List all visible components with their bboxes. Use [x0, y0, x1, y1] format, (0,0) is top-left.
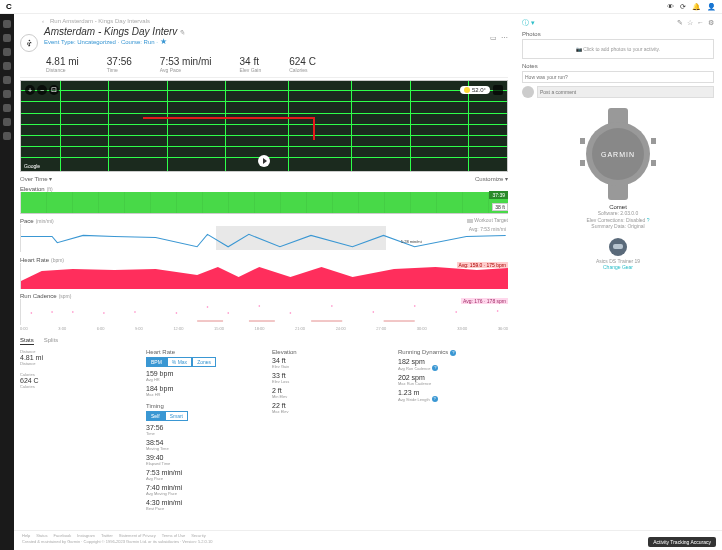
svg-point-14 — [455, 311, 457, 313]
chart-cadence[interactable]: Avg: 176 · 178 spm — [20, 299, 508, 325]
summary-stats: 4.81 miDistance 37:56Time 7:53 min/miAvg… — [46, 56, 508, 73]
footer-link[interactable]: Twitter — [101, 533, 113, 538]
stat-cal: 624 C — [289, 56, 316, 67]
watch-brand: GARMIN — [592, 128, 644, 180]
help-icon[interactable]: ? — [432, 365, 438, 371]
profile-icon[interactable]: 👤 — [707, 3, 716, 11]
sidebar-item-health[interactable] — [3, 62, 11, 70]
gear-shoe-icon[interactable] — [609, 238, 627, 256]
svg-point-13 — [414, 305, 416, 307]
help-icon[interactable]: ? — [432, 396, 438, 402]
sidebar-item-gear[interactable] — [3, 104, 11, 112]
notes-input[interactable] — [522, 71, 714, 83]
svg-point-10 — [290, 312, 292, 314]
sidebar-item-heart[interactable] — [3, 76, 11, 84]
svg-point-7 — [207, 306, 209, 308]
chart-pace[interactable]: Avg: 7:53 min/mi 5:28 min/mi — [20, 224, 508, 252]
chart-elevation[interactable]: 37:39 38 ft — [20, 192, 508, 214]
sidebar-item-home[interactable] — [3, 20, 11, 28]
gear-icon[interactable]: ⚙ — [708, 19, 714, 27]
share-icon[interactable]: ← — [697, 19, 704, 27]
svg-point-5 — [134, 311, 136, 313]
change-gear-link[interactable]: Change Gear — [603, 264, 633, 270]
stat-pace: 7:53 min/mi — [160, 56, 212, 67]
map-zoom-controls: + − ⊡ — [25, 85, 59, 95]
edit-icon[interactable]: ✎ — [179, 29, 185, 36]
comment-input[interactable] — [537, 86, 714, 98]
svg-point-8 — [227, 312, 229, 314]
footer-link[interactable]: Security — [191, 533, 205, 538]
add-photos-box[interactable]: 📷 Click to add photos to your activity. — [522, 39, 714, 59]
footer-link[interactable]: Terms of Use — [162, 533, 186, 538]
page-footer: HelpStatusFacebookInstagramTwitterStatem… — [14, 530, 722, 550]
footer-link[interactable]: Help — [22, 533, 30, 538]
top-right-icons: 👁 ⟳ 🔔 👤 — [667, 3, 716, 11]
link-icon[interactable]: ▭ — [490, 34, 497, 42]
play-button[interactable] — [258, 155, 270, 167]
weather-badge[interactable]: 52.0° — [460, 86, 490, 94]
activity-title[interactable]: Amsterdam - Kings Day Interv✎ — [44, 26, 185, 37]
sidebar-item-calendar[interactable] — [3, 34, 11, 42]
hr-toggle[interactable]: BPM% MaxZones — [146, 357, 216, 367]
stat-elev: 34 ft — [240, 56, 262, 67]
tab-splits[interactable]: Splits — [44, 337, 59, 345]
more-icon[interactable]: ⋯ — [501, 34, 508, 42]
footer-link[interactable]: Facebook — [54, 533, 72, 538]
activity-map[interactable]: + − ⊡ 52.0° Google — [20, 80, 508, 172]
detail-tabs: Stats Splits — [20, 337, 508, 345]
breadcrumb: ‹ Run Amsterdam - Kings Day Intervals — [20, 16, 508, 26]
copyright: Created & maintained by Garmin · Copyrig… — [22, 539, 714, 544]
device-panel: GARMIN Comet Software: 2.03.0.0 Elev Cor… — [522, 108, 714, 271]
footer-link[interactable]: Instagram — [77, 533, 95, 538]
sun-icon — [464, 87, 470, 93]
tracking-accuracy-button[interactable]: Activity Tracking Accuracy — [648, 537, 716, 547]
elevation-time-badge: 37:39 — [489, 191, 508, 199]
photos-heading: Photos — [522, 31, 714, 37]
time-axis: 0:003:006:009:0012:0015:0018:0021:0024:0… — [20, 326, 508, 331]
chart-time-selector[interactable]: Over Time ▾ — [20, 175, 52, 182]
top-bar: C 👁 ⟳ 🔔 👤 — [0, 0, 722, 14]
zoom-out-icon[interactable]: − — [37, 85, 47, 95]
eye-icon[interactable]: 👁 — [667, 3, 674, 10]
activity-subtitle[interactable]: Event Type: Uncategorized · Course: Run … — [44, 37, 185, 46]
stat-distance: 4.81 mi — [46, 56, 79, 67]
chart-heart-rate[interactable]: Avg: 159.0 · 175 bpm — [20, 263, 508, 289]
elev-help-link[interactable]: ? — [647, 217, 650, 223]
footer-link[interactable]: Statement of Privacy — [119, 533, 156, 538]
left-sidebar — [0, 14, 14, 550]
breadcrumb-text[interactable]: Run Amsterdam - Kings Day Intervals — [50, 18, 150, 24]
help-icon[interactable]: ? — [450, 350, 456, 356]
tab-stats[interactable]: Stats — [20, 337, 34, 345]
svg-point-2 — [51, 311, 53, 313]
app-logo[interactable]: C — [6, 2, 12, 11]
zoom-in-icon[interactable]: + — [25, 85, 35, 95]
back-icon[interactable]: ‹ — [42, 18, 44, 24]
sidebar-item-training[interactable] — [3, 90, 11, 98]
fullscreen-icon[interactable] — [493, 85, 503, 95]
timing-toggle[interactable]: SelfSmart — [146, 411, 188, 421]
stats-details: Distance4.81 miDistance Calories624 CCal… — [20, 349, 508, 514]
footer-link[interactable]: Status — [36, 533, 47, 538]
map-attribution: Google — [24, 163, 40, 169]
favorite-icon[interactable]: ★ — [160, 37, 167, 46]
star-icon[interactable]: ☆ — [687, 19, 693, 27]
bell-icon[interactable]: 🔔 — [692, 3, 701, 11]
zoom-fit-icon[interactable]: ⊡ — [49, 85, 59, 95]
svg-point-3 — [72, 311, 74, 313]
activity-type-icon[interactable] — [20, 34, 38, 52]
chart-customize[interactable]: Customize ▾ — [475, 175, 508, 182]
right-panel: ⓘ ▾ ✎ ☆ ← ⚙ Photos 📷 Click to add photos… — [514, 14, 722, 550]
svg-point-11 — [331, 305, 333, 307]
info-dropdown[interactable]: ⓘ ▾ — [522, 18, 535, 28]
edit-icon[interactable]: ✎ — [677, 19, 683, 27]
stat-time: 37:56 — [107, 56, 132, 67]
svg-marker-0 — [21, 267, 508, 289]
sidebar-item-reports[interactable] — [3, 118, 11, 126]
user-avatar[interactable] — [522, 86, 534, 98]
notes-heading: Notes — [522, 63, 714, 69]
svg-point-9 — [258, 305, 260, 307]
sidebar-item-groups[interactable] — [3, 132, 11, 140]
sync-icon[interactable]: ⟳ — [680, 3, 686, 11]
sidebar-item-activities[interactable] — [3, 48, 11, 56]
main-content: ‹ Run Amsterdam - Kings Day Intervals Am… — [14, 14, 514, 550]
